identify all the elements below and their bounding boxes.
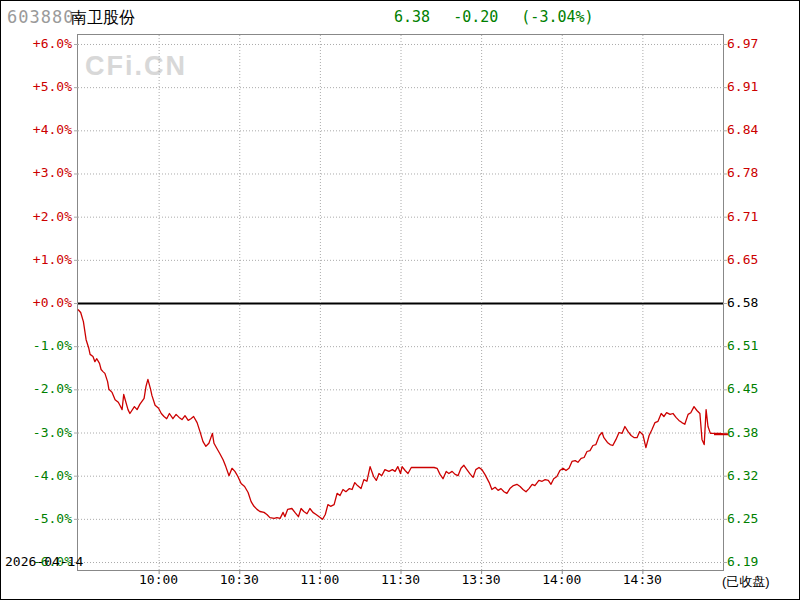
price-axis-label: 6.84 bbox=[727, 123, 758, 137]
time-axis-label: 13:30 bbox=[450, 573, 512, 587]
price-axis-label: 6.32 bbox=[727, 469, 758, 483]
trade-date: 2026-04-14 bbox=[5, 554, 83, 569]
price-axis-label: 6.19 bbox=[727, 555, 758, 569]
time-axis-label: 14:00 bbox=[531, 573, 593, 587]
price-line bbox=[78, 310, 723, 520]
percent-axis-label: +0.0% bbox=[1, 296, 72, 310]
price-axis-label: 6.78 bbox=[727, 166, 758, 180]
price-axis-label: 6.65 bbox=[727, 253, 758, 267]
percent-axis-label: -5.0% bbox=[1, 512, 72, 526]
price-axis-label: 6.91 bbox=[727, 80, 758, 94]
percent-axis-label: -1.0% bbox=[1, 339, 72, 353]
percent-axis-label: -4.0% bbox=[1, 469, 72, 483]
market-status: (已收盘) bbox=[722, 573, 770, 591]
price-axis-label: 6.71 bbox=[727, 210, 758, 224]
price-axis-label: 6.38 bbox=[727, 426, 758, 440]
percent-axis-label: +1.0% bbox=[1, 253, 72, 267]
stock-chart-window: 603880 南卫股份 6.38 -0.20 (-3.04%) CFi.CN +… bbox=[0, 0, 800, 600]
price-axis-label: 6.25 bbox=[727, 512, 758, 526]
price-chart-canvas bbox=[1, 1, 799, 599]
time-axis-label: 11:30 bbox=[370, 573, 432, 587]
percent-axis-label: +3.0% bbox=[1, 166, 72, 180]
percent-axis-label: +5.0% bbox=[1, 80, 72, 94]
price-axis-label: 6.97 bbox=[727, 37, 758, 51]
price-axis-label: 6.45 bbox=[727, 382, 758, 396]
percent-axis-label: -3.0% bbox=[1, 426, 72, 440]
price-axis-label: 6.58 bbox=[727, 296, 758, 310]
percent-axis-label: +6.0% bbox=[1, 37, 72, 51]
time-axis-label: 14:30 bbox=[611, 573, 673, 587]
time-axis-label: 11:00 bbox=[289, 573, 351, 587]
percent-axis-label: +4.0% bbox=[1, 123, 72, 137]
percent-axis-label: +2.0% bbox=[1, 210, 72, 224]
price-axis-label: 6.51 bbox=[727, 339, 758, 353]
time-axis-label: 10:30 bbox=[208, 573, 270, 587]
time-axis-label: 10:00 bbox=[128, 573, 190, 587]
percent-axis-label: -2.0% bbox=[1, 382, 72, 396]
